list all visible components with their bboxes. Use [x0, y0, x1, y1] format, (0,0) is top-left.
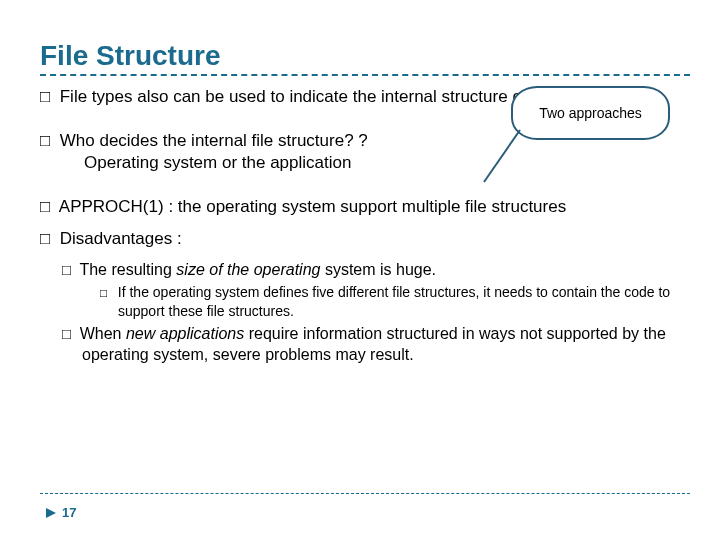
bullet-lead: APPROCH(1) — [59, 197, 164, 216]
text: resulting — [111, 261, 176, 278]
bullet-size-huge: The resulting size of the operating syst… — [62, 260, 690, 281]
slide-container: File Structure Two approaches File types… — [0, 0, 720, 540]
text-italic: new applications — [126, 325, 249, 342]
bullet-disadvantages: Disadvantages : — [40, 228, 690, 250]
slide-title: File Structure — [40, 40, 690, 72]
page-marker-icon — [46, 508, 56, 518]
bullet-subtext: Operating system or the application — [62, 152, 690, 174]
callout-two-approaches: Two approaches — [511, 86, 670, 140]
svg-line-0 — [484, 130, 520, 182]
bullet-text: decides the internal file structure? ? — [95, 131, 368, 150]
title-divider — [40, 74, 690, 76]
bullet-text: : the operating system support multiple … — [164, 197, 567, 216]
bullet-new-applications: When new applications require informatio… — [62, 324, 690, 366]
svg-marker-1 — [46, 508, 56, 518]
text: When — [80, 325, 126, 342]
bullet-text: : — [172, 229, 181, 248]
text: The — [79, 261, 111, 278]
content-area: Two approaches File types also can be us… — [40, 86, 690, 366]
bullet-lead: Who — [60, 131, 95, 150]
text-italic: size of the operating — [176, 261, 325, 278]
page-number: 17 — [62, 505, 76, 520]
text: If the operating system defines five dif… — [118, 284, 670, 319]
text: system is huge — [325, 261, 432, 278]
footer-divider — [40, 493, 690, 494]
bullet-lead: File — [60, 87, 87, 106]
footer: 17 — [46, 505, 76, 520]
text: . — [432, 261, 436, 278]
bullet-lead: Disadvantages — [60, 229, 172, 248]
bullet-approach-1: APPROCH(1) : the operating system suppor… — [40, 196, 690, 218]
bullet-five-structures: If the operating system defines five dif… — [100, 283, 690, 320]
callout-pointer-icon — [482, 126, 522, 186]
callout-text: Two approaches — [539, 104, 642, 122]
